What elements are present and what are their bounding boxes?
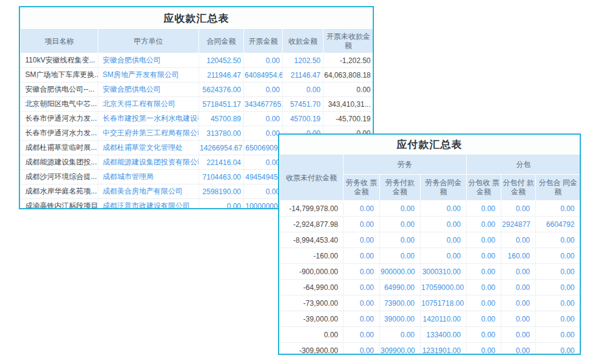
subcontract-payment-cell[interactable]: 160.00	[501, 248, 536, 264]
invoiced-amount-cell[interactable]: 0.00	[244, 83, 283, 97]
client-unit-cell[interactable]: 成都能源建设集团投资有限公司	[98, 155, 199, 170]
contract-amount-cell[interactable]: 0.00	[199, 199, 244, 210]
subcontract-contract-cell[interactable]: 0.00	[536, 280, 580, 295]
labor-contract-cell[interactable]: 17059000.00	[421, 280, 467, 295]
labor-invoice-cell[interactable]: 0.00	[344, 327, 380, 343]
subcontract-invoice-cell[interactable]: 0.00	[467, 248, 501, 264]
labor-contract-cell[interactable]: 3000310.00	[421, 264, 467, 280]
labor-payment-cell[interactable]: 0.00	[380, 327, 421, 343]
subcontract-contract-cell[interactable]: 6604792	[536, 217, 580, 232]
subcontract-payment-cell[interactable]: 2924877	[501, 217, 536, 232]
subcontract-contract-cell[interactable]: 0.00	[536, 248, 580, 264]
labor-payment-cell[interactable]: 0.00	[380, 217, 421, 232]
invoiced-amount-cell[interactable]: 0.00	[244, 184, 283, 199]
contract-amount-cell[interactable]: 14266954.67	[199, 141, 244, 155]
client-unit-cell[interactable]: 成都城市管理局	[98, 170, 199, 184]
subcontract-invoice-cell[interactable]: 0.00	[467, 311, 501, 327]
labor-payment-cell[interactable]: 64990.00	[380, 280, 421, 295]
subcontract-contract-cell[interactable]: 0.00	[536, 201, 580, 217]
labor-contract-cell[interactable]: 0.00	[421, 201, 467, 217]
subcontract-payment-cell[interactable]: 0.00	[501, 327, 536, 343]
labor-payment-cell[interactable]: 0.00	[380, 201, 421, 217]
contract-amount-cell[interactable]: 221416.04	[199, 155, 244, 170]
subcontract-payment-cell[interactable]: 0.00	[501, 264, 536, 280]
labor-payment-cell[interactable]: 73900.00	[380, 295, 421, 311]
labor-contract-cell[interactable]: 10751718.00	[421, 295, 467, 311]
subcontract-invoice-cell[interactable]: 0.00	[467, 217, 501, 232]
invoiced-amount-cell[interactable]: 343467765.	[244, 97, 283, 112]
labor-invoice-cell[interactable]: 0.00	[344, 232, 380, 248]
contract-amount-cell[interactable]: 5624376.00	[199, 83, 244, 97]
subcontract-payment-cell[interactable]: 0.00	[501, 280, 536, 295]
labor-payment-cell[interactable]: 0.00	[380, 232, 421, 248]
labor-contract-cell[interactable]: 1231901.00	[421, 343, 467, 356]
client-unit-cell[interactable]: 成都杜甫草堂文化管理处	[98, 141, 199, 155]
contract-amount-cell[interactable]: 2598190.00	[199, 184, 244, 199]
subcontract-invoice-cell[interactable]: 0.00	[467, 264, 501, 280]
labor-payment-cell[interactable]: 900000.00	[380, 264, 421, 280]
subcontract-invoice-cell[interactable]: 0.00	[467, 280, 501, 295]
client-unit-cell[interactable]: 中交王府井第三工程局有限公司	[98, 126, 199, 141]
client-unit-cell[interactable]: 安徽合肥供电公司	[98, 83, 199, 97]
received-amount-cell[interactable]: 57451.70	[283, 97, 324, 112]
received-amount-cell[interactable]: 45700.19	[283, 112, 324, 126]
received-amount-cell[interactable]: 21146.47	[283, 68, 324, 83]
contract-amount-cell[interactable]: 45700.89	[199, 112, 244, 126]
subcontract-invoice-cell[interactable]: 0.00	[467, 343, 501, 356]
invoiced-amount-cell[interactable]: 0.00	[244, 155, 283, 170]
subcontract-contract-cell[interactable]: 0.00	[536, 327, 580, 343]
labor-payment-cell[interactable]: 39000.00	[380, 311, 421, 327]
subcontract-payment-cell[interactable]: 0.00	[501, 311, 536, 327]
invoiced-amount-cell[interactable]: 65006909.	[244, 141, 283, 155]
labor-invoice-cell[interactable]: 0.00	[344, 280, 380, 295]
subcontract-payment-cell[interactable]: 0.00	[501, 295, 536, 311]
invoiced-amount-cell[interactable]: 0.00	[244, 53, 283, 68]
subcontract-payment-cell[interactable]: 0.00	[501, 201, 536, 217]
received-amount-cell[interactable]: 0.00	[283, 83, 324, 97]
labor-invoice-cell[interactable]: 0.00	[344, 311, 380, 327]
subcontract-contract-cell[interactable]: 0.00	[536, 264, 580, 280]
subcontract-contract-cell[interactable]: 0.00	[536, 311, 580, 327]
subcontract-invoice-cell[interactable]: 0.00	[467, 327, 501, 343]
invoiced-amount-cell[interactable]: 0.00	[244, 112, 283, 126]
labor-contract-cell[interactable]: 1420110.00	[421, 311, 467, 327]
labor-invoice-cell[interactable]: 0.00	[344, 217, 380, 232]
contract-amount-cell[interactable]: 5718451.17	[199, 97, 244, 112]
labor-payment-cell[interactable]: 0.00	[380, 248, 421, 264]
invoiced-amount-cell[interactable]: 10000000.	[244, 199, 283, 210]
contract-amount-cell[interactable]: 211946.47	[199, 68, 244, 83]
client-unit-cell[interactable]: 北京天得工程有限公司	[98, 97, 199, 112]
subcontract-contract-cell[interactable]: 0.00	[536, 295, 580, 311]
subcontract-invoice-cell[interactable]: 0.00	[467, 295, 501, 311]
client-unit-cell[interactable]: SM房地产开发有限公司	[98, 68, 199, 83]
labor-invoice-cell[interactable]: 0.00	[344, 201, 380, 217]
labor-contract-cell[interactable]: 0.00	[421, 248, 467, 264]
labor-invoice-cell[interactable]: 0.00	[344, 295, 380, 311]
invoiced-amount-cell[interactable]: 64084954.6	[244, 68, 283, 83]
subcontract-contract-cell[interactable]: 0.00	[536, 232, 580, 248]
subcontract-payment-cell[interactable]: 0.00	[501, 343, 536, 356]
labor-contract-cell[interactable]: 133400.00	[421, 327, 467, 343]
contract-amount-cell[interactable]: 7104463.00	[199, 170, 244, 184]
labor-contract-cell[interactable]: 0.00	[421, 217, 467, 232]
invoiced-amount-cell[interactable]: 49454945.	[244, 170, 283, 184]
labor-payment-cell[interactable]: 309900.00	[380, 343, 421, 356]
labor-contract-cell[interactable]: 0.00	[421, 232, 467, 248]
project-name-cell: 成都沙河环境综合提...	[21, 170, 98, 184]
client-unit-cell[interactable]: 成都泛普市政建设有限公司	[98, 199, 199, 210]
subcontract-invoice-cell[interactable]: 0.00	[467, 201, 501, 217]
client-unit-cell[interactable]: 长春市建投第一水利水电建设有限	[98, 112, 199, 126]
subcontract-contract-cell[interactable]: 0.00	[536, 343, 580, 356]
client-unit-cell[interactable]: 安徽合肥供电公司	[98, 53, 199, 68]
contract-amount-cell[interactable]: 120452.50	[199, 53, 244, 68]
client-unit-cell[interactable]: 成都美合房地产有限公司	[98, 184, 199, 199]
invoiced-amount-cell[interactable]: 0.00	[244, 126, 283, 141]
invoiced-unreceived-cell: 0.00	[324, 83, 373, 97]
subcontract-payment-cell[interactable]: 0.00	[501, 232, 536, 248]
contract-amount-cell[interactable]: 313780.00	[199, 126, 244, 141]
labor-invoice-cell[interactable]: 0.00	[344, 343, 380, 356]
labor-invoice-cell[interactable]: 0.00	[344, 264, 380, 280]
labor-invoice-cell[interactable]: 0.00	[344, 248, 380, 264]
received-amount-cell[interactable]: 1202.50	[283, 53, 324, 68]
subcontract-invoice-cell[interactable]: 0.00	[467, 232, 501, 248]
